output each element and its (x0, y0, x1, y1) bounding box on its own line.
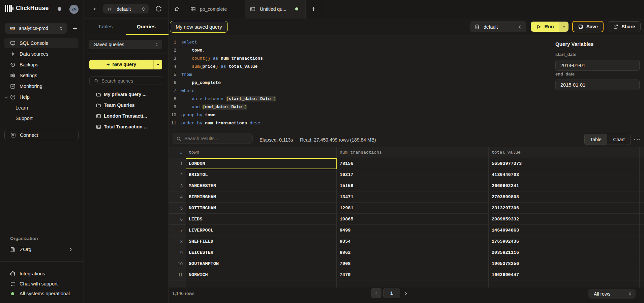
svg-text:?: ? (12, 95, 14, 99)
